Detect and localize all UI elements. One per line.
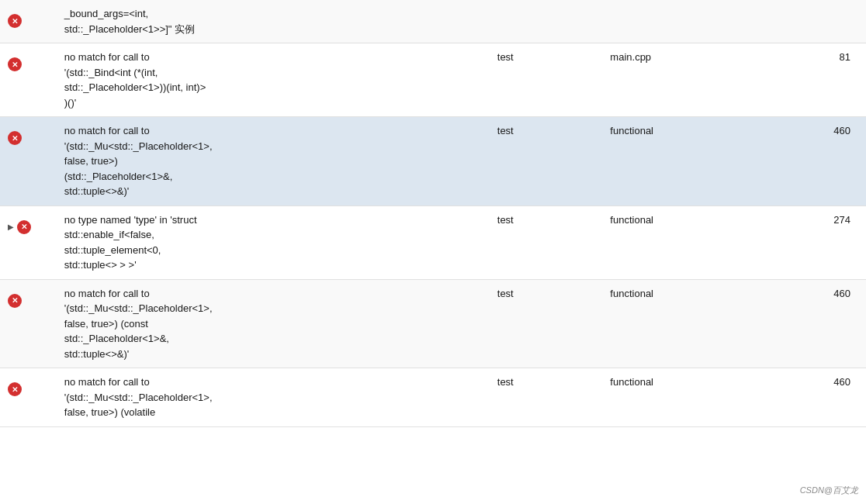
file-cell: functional [602, 117, 771, 206]
project-cell: test [490, 43, 603, 117]
error-icon [8, 14, 22, 28]
icon-cell: ▶ [0, 205, 57, 279]
project-cell: test [490, 117, 603, 206]
project-cell: test [490, 205, 603, 279]
project-cell: test [490, 368, 603, 427]
icon-cell [0, 117, 57, 206]
table-row: ▶no type named 'type' in 'struct std::en… [0, 205, 866, 279]
table-row: _bound_args=<int, std::_Placeholder<1>>]… [0, 0, 866, 43]
file-cell: functional [602, 279, 771, 368]
message-text: no type named 'type' in 'struct std::ena… [64, 212, 482, 273]
line-cell [772, 0, 866, 43]
error-table-container: _bound_args=<int, std::_Placeholder<1>>]… [0, 0, 866, 504]
message-cell: _bound_args=<int, std::_Placeholder<1>>]… [57, 0, 490, 43]
message-text: no match for call to '(std::_Mu<std::_Pl… [64, 123, 482, 199]
message-cell: no match for call to '(std::_Mu<std::_Pl… [57, 279, 490, 368]
table-row: no match for call to '(std::_Mu<std::_Pl… [0, 368, 866, 427]
message-text: no match for call to '(std::_Mu<std::_Pl… [64, 375, 482, 420]
file-cell: main.cpp [602, 43, 771, 117]
table-row: no match for call to '(std::_Bind<int (*… [0, 43, 866, 117]
table-row: no match for call to '(std::_Mu<std::_Pl… [0, 279, 866, 368]
error-icon [17, 220, 31, 234]
line-cell: 460 [772, 368, 866, 427]
icon-cell [0, 368, 57, 427]
project-cell: test [490, 279, 603, 368]
expand-arrow-icon[interactable]: ▶ [8, 220, 14, 234]
line-cell: 274 [772, 205, 866, 279]
message-text: no match for call to '(std::_Bind<int (*… [64, 50, 482, 110]
icon-cell [0, 0, 57, 43]
project-cell [490, 0, 603, 43]
line-cell: 460 [772, 279, 866, 368]
icon-cell [0, 43, 57, 117]
error-icon [8, 131, 22, 145]
watermark: CSDN@百艾龙 [800, 485, 858, 496]
line-cell: 460 [772, 117, 866, 206]
message-text: no match for call to '(std::_Mu<std::_Pl… [64, 286, 482, 362]
file-cell [602, 0, 771, 43]
message-cell: no match for call to '(std::_Mu<std::_Pl… [57, 117, 490, 206]
message-cell: no match for call to '(std::_Mu<std::_Pl… [57, 368, 490, 427]
message-cell: no type named 'type' in 'struct std::ena… [57, 205, 490, 279]
error-icon [8, 382, 22, 396]
message-text: _bound_args=<int, std::_Placeholder<1>>]… [64, 6, 482, 36]
message-cell: no match for call to '(std::_Bind<int (*… [57, 43, 490, 117]
icon-cell [0, 279, 57, 368]
line-cell: 81 [772, 43, 866, 117]
file-cell: functional [602, 205, 771, 279]
file-cell: functional [602, 368, 771, 427]
table-row: no match for call to '(std::_Mu<std::_Pl… [0, 117, 866, 206]
error-icon [8, 294, 22, 308]
error-table: _bound_args=<int, std::_Placeholder<1>>]… [0, 0, 866, 427]
error-icon [8, 57, 22, 71]
